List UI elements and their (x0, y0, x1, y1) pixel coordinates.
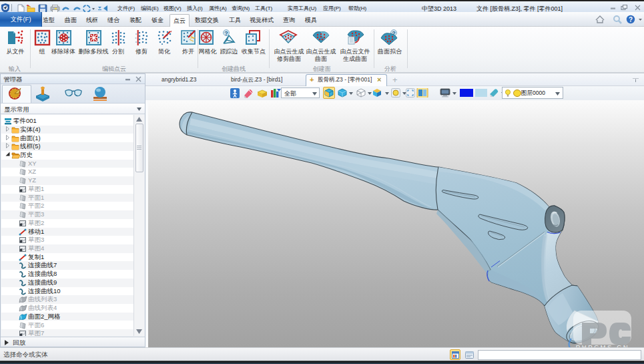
svg-text:?: ? (224, 30, 228, 37)
svg-text:?: ? (629, 16, 633, 23)
